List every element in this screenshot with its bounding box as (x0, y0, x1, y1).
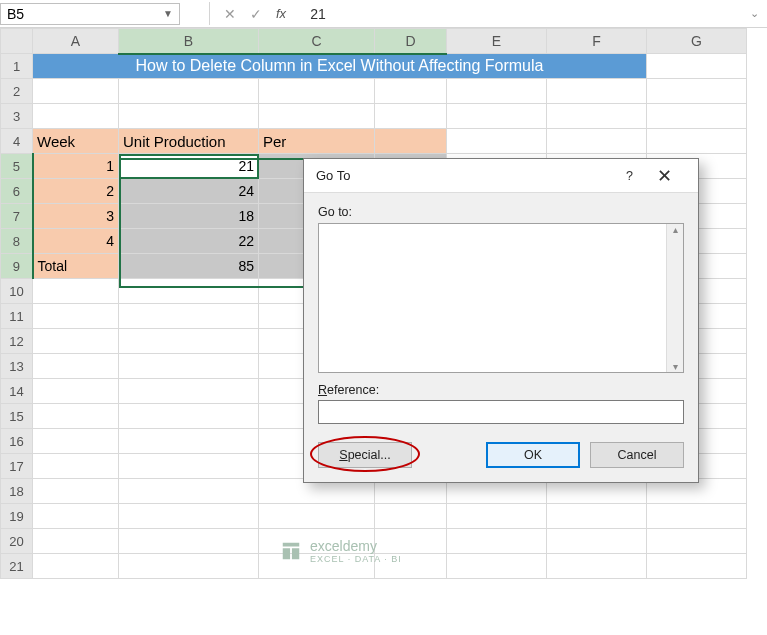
row-header-6[interactable]: 6 (1, 179, 33, 204)
dialog-title: Go To (316, 168, 350, 183)
cell-A9[interactable]: Total (33, 254, 119, 279)
row-header-9[interactable]: 9 (1, 254, 33, 279)
dialog-body: Go to: ▴ ▾ Reference: SSpecial...pecial.… (304, 193, 698, 482)
scroll-down-icon[interactable]: ▾ (673, 361, 678, 372)
listbox-scrollbar[interactable]: ▴ ▾ (666, 224, 683, 372)
header-unit[interactable]: Unit Production (119, 129, 259, 154)
col-header-E[interactable]: E (447, 29, 547, 54)
col-header-B[interactable]: B (119, 29, 259, 54)
col-header-C[interactable]: C (259, 29, 375, 54)
goto-dialog: Go To ? ✕ Go to: ▴ ▾ Reference: SSpecial… (303, 158, 699, 483)
cancel-icon[interactable]: ✕ (224, 6, 236, 22)
fx-icon[interactable]: fx (276, 6, 286, 21)
goto-listbox[interactable]: ▴ ▾ (318, 223, 684, 373)
formula-bar-value[interactable]: 21 (300, 6, 326, 22)
select-all-corner[interactable] (1, 29, 33, 54)
row-header-1[interactable]: 1 (1, 54, 33, 79)
row-header-16[interactable]: 16 (1, 429, 33, 454)
row-header-4[interactable]: 4 (1, 129, 33, 154)
header-per[interactable]: Per (259, 129, 375, 154)
reference-input[interactable] (318, 400, 684, 424)
title-cell[interactable]: How to Delete Column in Excel Without Af… (33, 54, 647, 79)
row-header-3[interactable]: 3 (1, 104, 33, 129)
row-header-21[interactable]: 21 (1, 554, 33, 579)
row-header-18[interactable]: 18 (1, 479, 33, 504)
special-button-wrap: SSpecial...pecial... (318, 442, 412, 468)
dialog-buttons: SSpecial...pecial... OK Cancel (318, 442, 684, 468)
row-header-14[interactable]: 14 (1, 379, 33, 404)
special-button[interactable]: SSpecial...pecial... (318, 442, 412, 468)
formula-bar-buttons: ✕ ✓ fx (210, 6, 300, 22)
cell-B8[interactable]: 22 (119, 229, 259, 254)
row-header-19[interactable]: 19 (1, 504, 33, 529)
cell-A8[interactable]: 4 (33, 229, 119, 254)
row-header-5[interactable]: 5 (1, 154, 33, 179)
row-header-11[interactable]: 11 (1, 304, 33, 329)
goto-label: Go to: (318, 205, 684, 219)
namebox-wrap: B5 ▼ (0, 2, 210, 25)
name-box[interactable]: B5 ▼ (0, 3, 180, 25)
name-box-dropdown-icon[interactable]: ▼ (163, 8, 173, 19)
row-header-17[interactable]: 17 (1, 454, 33, 479)
formula-bar-expand-icon[interactable]: ⌄ (742, 7, 767, 20)
ok-button[interactable]: OK (486, 442, 580, 468)
col-header-A[interactable]: A (33, 29, 119, 54)
row-header-10[interactable]: 10 (1, 279, 33, 304)
col-header-D[interactable]: D (375, 29, 447, 54)
header-week[interactable]: Week (33, 129, 119, 154)
dialog-titlebar[interactable]: Go To ? ✕ (304, 159, 698, 193)
col-header-F[interactable]: F (547, 29, 647, 54)
dialog-help-button[interactable]: ? (616, 165, 643, 187)
name-box-value: B5 (7, 6, 24, 22)
cell-B7[interactable]: 18 (119, 204, 259, 229)
cell-A6[interactable]: 2 (33, 179, 119, 204)
row-header-8[interactable]: 8 (1, 229, 33, 254)
row-header-15[interactable]: 15 (1, 404, 33, 429)
cell-G1[interactable] (647, 54, 747, 79)
row-header-2[interactable]: 2 (1, 79, 33, 104)
scroll-up-icon[interactable]: ▴ (673, 224, 678, 235)
cell-B9[interactable]: 85 (119, 254, 259, 279)
cell-B6[interactable]: 24 (119, 179, 259, 204)
formula-bar: B5 ▼ ✕ ✓ fx 21 ⌄ (0, 0, 767, 28)
row-header-20[interactable]: 20 (1, 529, 33, 554)
row-header-12[interactable]: 12 (1, 329, 33, 354)
row-header-13[interactable]: 13 (1, 354, 33, 379)
confirm-icon[interactable]: ✓ (250, 6, 262, 22)
cancel-button[interactable]: Cancel (590, 442, 684, 468)
row-header-7[interactable]: 7 (1, 204, 33, 229)
cell-A5[interactable]: 1 (33, 154, 119, 179)
cell-A7[interactable]: 3 (33, 204, 119, 229)
reference-label: Reference: (318, 383, 684, 397)
dialog-close-button[interactable]: ✕ (643, 163, 686, 189)
cell-B5[interactable]: 21 (119, 154, 259, 179)
col-header-G[interactable]: G (647, 29, 747, 54)
